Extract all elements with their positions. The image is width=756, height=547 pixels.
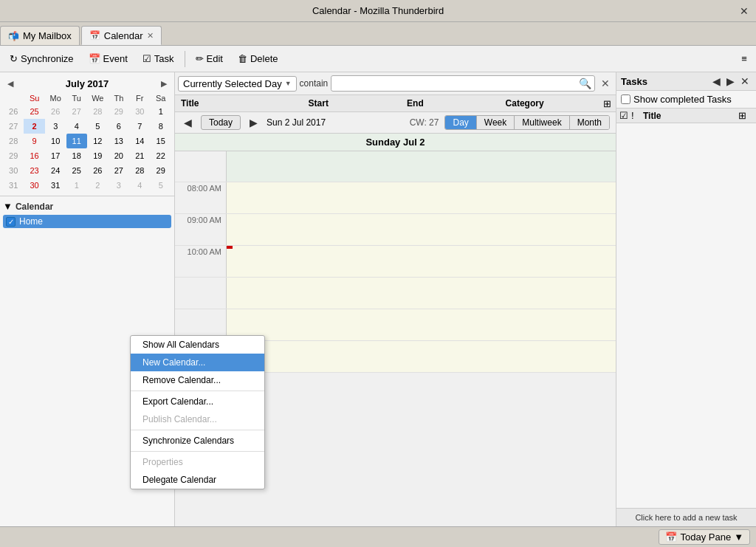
calendar-day[interactable]: 11 bbox=[66, 134, 87, 148]
calendar-day[interactable]: 28 bbox=[87, 104, 109, 119]
calendar-day[interactable]: 21 bbox=[129, 148, 150, 163]
window-close-button[interactable]: ✕ bbox=[738, 5, 750, 17]
mini-cal-next-button[interactable]: ▶ bbox=[158, 78, 170, 89]
cal-multiweek-button[interactable]: Multiweek bbox=[515, 116, 569, 129]
col-start-header[interactable]: Start bbox=[303, 97, 401, 110]
context-menu-item-new-calendar[interactable]: New Calendar... bbox=[131, 354, 264, 371]
today-pane-button[interactable]: 📅 Today Pane ▼ bbox=[659, 529, 750, 545]
home-checkbox[interactable] bbox=[6, 217, 16, 227]
context-menu-item-export-calendar[interactable]: Export Calendar... bbox=[131, 393, 264, 410]
calendar-day[interactable]: 29 bbox=[150, 163, 171, 178]
calendar-day[interactable]: 15 bbox=[150, 134, 171, 148]
mini-cal-prev-button[interactable]: ◀ bbox=[4, 78, 16, 89]
col-end-header[interactable]: End bbox=[401, 97, 499, 110]
calendar-day[interactable]: 2 bbox=[24, 119, 44, 134]
tab-calendar[interactable]: 📅 Calendar ✕ bbox=[81, 26, 162, 45]
cal-week-button[interactable]: Week bbox=[477, 116, 515, 129]
context-menu-item-synchronize-calendars[interactable]: Synchronize Calendars bbox=[131, 432, 264, 450]
calendar-day[interactable]: 10 bbox=[45, 134, 66, 148]
calendar-day[interactable]: 30 bbox=[129, 104, 150, 119]
search-button[interactable]: 🔍 bbox=[576, 76, 594, 91]
calendar-day[interactable]: 29 bbox=[109, 104, 129, 119]
show-completed-checkbox[interactable] bbox=[621, 94, 630, 104]
calendar-day[interactable]: 19 bbox=[87, 148, 109, 163]
toolbar-menu-button[interactable]: ≡ bbox=[735, 50, 753, 68]
tab-calendar-label: Calendar bbox=[104, 30, 143, 41]
dropdown-arrow-icon: ▼ bbox=[285, 80, 292, 87]
cal-day-button[interactable]: Day bbox=[445, 116, 476, 129]
week-num: 26 bbox=[3, 104, 24, 119]
event-button[interactable]: 📅 Event bbox=[82, 50, 134, 67]
calendar-day[interactable]: 5 bbox=[87, 119, 109, 134]
calendar-day[interactable]: 8 bbox=[150, 119, 171, 134]
time-slot-1100[interactable] bbox=[227, 278, 616, 309]
time-slot-0900[interactable] bbox=[227, 214, 616, 245]
time-slot-1000[interactable] bbox=[227, 246, 616, 277]
time-row-0900: 09:00 AM bbox=[175, 214, 616, 246]
tasks-close-button[interactable]: ✕ bbox=[738, 75, 752, 87]
context-menu-item-remove-calendar[interactable]: Remove Calendar... bbox=[131, 371, 264, 389]
cal-prev-button[interactable]: ◀ bbox=[181, 116, 195, 129]
time-slot-1300[interactable] bbox=[227, 341, 616, 372]
calendar-day[interactable]: 24 bbox=[45, 163, 66, 178]
edit-icon: ✏ bbox=[196, 53, 204, 64]
week-num: 27 bbox=[3, 119, 24, 134]
calendar-day[interactable]: 6 bbox=[109, 119, 129, 134]
filter-dropdown[interactable]: Currently Selected Day ▼ bbox=[178, 76, 297, 92]
calendar-day[interactable]: 20 bbox=[109, 148, 129, 163]
calendar-day[interactable]: 5 bbox=[150, 178, 171, 193]
calendar-section-header[interactable]: ▼ Calendar bbox=[3, 201, 171, 212]
time-slot-0800[interactable] bbox=[227, 182, 616, 213]
calendar-day[interactable]: 14 bbox=[129, 134, 150, 148]
delete-button[interactable]: 🗑 Delete bbox=[231, 50, 285, 67]
calendar-day[interactable]: 17 bbox=[45, 148, 66, 163]
calendar-day[interactable]: 7 bbox=[129, 119, 150, 134]
task-button[interactable]: ☑ Task bbox=[136, 50, 181, 67]
context-menu-item-delegate-calendar[interactable]: Delegate Calendar bbox=[131, 471, 264, 489]
calendar-day[interactable]: 16 bbox=[24, 148, 44, 163]
calendar-day[interactable]: 18 bbox=[66, 148, 87, 163]
calendar-day[interactable]: 2 bbox=[87, 178, 109, 193]
synchronize-button[interactable]: ↻ Synchronize bbox=[3, 50, 80, 67]
calendar-day[interactable]: 1 bbox=[66, 178, 87, 193]
time-row-1000: 10:00 AM bbox=[175, 246, 616, 278]
tasks-prev-button[interactable]: ◀ bbox=[710, 75, 723, 87]
calendar-day[interactable]: 9 bbox=[24, 134, 44, 148]
tab-calendar-close[interactable]: ✕ bbox=[147, 31, 154, 41]
col-title-header[interactable]: Title bbox=[175, 97, 303, 110]
tasks-next-button[interactable]: ▶ bbox=[724, 75, 737, 87]
calendar-day[interactable]: 26 bbox=[87, 163, 109, 178]
cal-month-button[interactable]: Month bbox=[570, 116, 609, 129]
toolbar-sep-1 bbox=[185, 51, 185, 67]
tasks-add-button[interactable]: Click here to add a new task bbox=[616, 508, 756, 526]
cal-today-button[interactable]: Today bbox=[201, 115, 241, 130]
cal-next-button[interactable]: ▶ bbox=[247, 116, 261, 129]
calendar-day[interactable]: 27 bbox=[66, 104, 87, 119]
calendar-day[interactable]: 31 bbox=[45, 178, 66, 193]
calendar-day[interactable]: 26 bbox=[45, 104, 66, 119]
tab-mailbox[interactable]: 📬 My Mailbox bbox=[0, 26, 80, 45]
time-slot-1200[interactable] bbox=[227, 309, 616, 340]
sun-header: Su bbox=[24, 92, 44, 104]
calendar-day[interactable]: 4 bbox=[129, 178, 150, 193]
calendar-day[interactable]: 12 bbox=[87, 134, 109, 148]
calendar-day[interactable]: 1 bbox=[150, 104, 171, 119]
calendar-day[interactable]: 3 bbox=[45, 119, 66, 134]
calendar-day[interactable]: 13 bbox=[109, 134, 129, 148]
search-clear-button[interactable]: ✕ bbox=[598, 76, 613, 91]
calendar-day[interactable]: 3 bbox=[109, 178, 129, 193]
edit-button[interactable]: ✏ Edit bbox=[189, 50, 230, 67]
calendar-day[interactable]: 23 bbox=[24, 163, 44, 178]
calendar-day[interactable]: 22 bbox=[150, 148, 171, 163]
calendar-item-home[interactable]: Home bbox=[3, 215, 171, 228]
calendar-day[interactable]: 28 bbox=[129, 163, 150, 178]
calendar-day[interactable]: 4 bbox=[66, 119, 87, 134]
col-icon-header[interactable]: ⊞ bbox=[598, 98, 616, 109]
calendar-day[interactable]: 30 bbox=[24, 178, 44, 193]
context-menu-item-show-all[interactable]: Show All Calendars bbox=[131, 336, 264, 354]
calendar-day[interactable]: 25 bbox=[24, 104, 44, 119]
col-category-header[interactable]: Category bbox=[500, 97, 598, 110]
search-input[interactable] bbox=[331, 77, 576, 90]
calendar-day[interactable]: 27 bbox=[109, 163, 129, 178]
calendar-day[interactable]: 25 bbox=[66, 163, 87, 178]
